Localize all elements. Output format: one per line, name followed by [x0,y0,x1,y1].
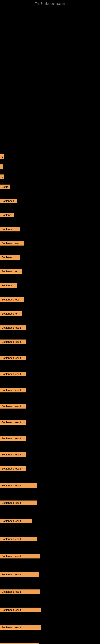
bottleneck-result-label: Bottleneck result [0,420,26,425]
bottleneck-result-label: Bottleneck resu [0,241,24,246]
bottleneck-result-label: B [0,154,4,159]
bottleneck-result-label: Bottleneck [0,283,17,288]
bottleneck-result-label: Bottleneck result [0,466,26,471]
bottleneck-result-label: Bottleneck result [0,436,26,441]
bottleneck-result-label: Bottleneck re [0,311,22,316]
bottleneck-result-label: Bottleneck re [0,269,22,274]
bottleneck-result-label: Bottleneck result [0,590,40,594]
bottleneck-result-label: Bottleneck resu [0,297,24,302]
site-title: TheBottlenecker.com [0,0,100,8]
bottleneck-result-label: Bottleneck r [0,227,20,232]
bottleneck-result-label: | [0,164,3,169]
bottleneck-result-label: Bottle [0,184,10,189]
bottleneck-result-label: Bottleneck result [0,388,26,392]
bottleneck-result-label: Bottleneck result [0,572,39,577]
bottleneck-result-label: Bottleneck result [0,404,26,408]
bottleneck-result-label: Bottleneck r [0,255,20,260]
bottleneck-result-label: B [0,174,4,179]
bottleneck-result-label: Bottleneck result [0,537,37,541]
bottleneck-result-label: Bottleneck result [0,372,26,376]
bottleneck-result-label: Bottleneck result [0,625,41,630]
bottleneck-result-label: Bottleneck result [0,643,39,644]
bottleneck-result-label: Bottleneck result [0,608,41,612]
bottleneck-result-label: Bottleneck result [0,500,37,505]
bottleneck-result-label: Bottlene [0,213,14,217]
bottleneck-result-label: Bottleneck result [0,483,37,488]
bottleneck-result-label: Bottleneck result [0,452,26,457]
bottleneck-result-label: Bottleneck result [0,554,40,558]
bottleneck-result-label: Bottleneck result [0,340,26,344]
bottleneck-result-label: Bottleneck [0,199,17,203]
bottleneck-result-label: Bottleneck result [0,518,32,523]
bottleneck-result-label: Bottleneck result [0,326,26,330]
bottleneck-result-label: Bottleneck result [0,356,26,360]
